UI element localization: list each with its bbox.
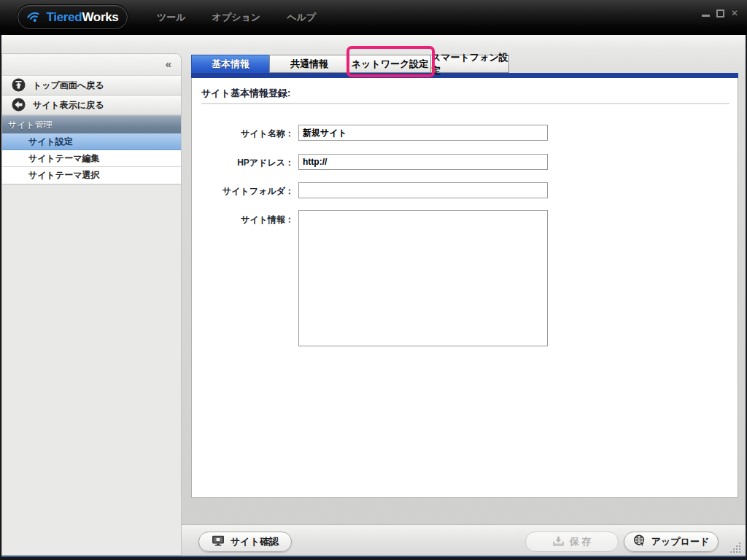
titlebar: TieredWorks ツール オプション ヘルプ ✕: [0, 0, 747, 35]
form-heading: サイト基本情報登録:: [201, 87, 290, 100]
upload-button[interactable]: アップロード: [624, 532, 719, 552]
globe-upload-icon: [633, 534, 646, 549]
site-name-input[interactable]: [298, 125, 548, 141]
sidebar: « トップ画面へ戻る サイト表示に戻る サイト管理 サイト設定 サイトテーマ編集…: [1, 53, 182, 556]
tab-smartphone-settings[interactable]: スマートフォン設定: [430, 55, 509, 73]
tab-network-settings[interactable]: ネットワーク設定: [349, 55, 431, 73]
sidebar-item-site-theme-edit[interactable]: サイトテーマ編集: [2, 150, 181, 167]
save-label: 保 存: [570, 535, 592, 548]
sidebar-section-site-management: サイト管理: [2, 115, 181, 133]
sidebar-button-back-to-top[interactable]: トップ画面へ戻る: [2, 76, 181, 96]
sidebar-collapse-button[interactable]: «: [166, 58, 171, 70]
save-download-icon: [553, 536, 564, 548]
site-info-textarea[interactable]: [298, 210, 548, 346]
heading-divider: [201, 103, 729, 104]
menu-options[interactable]: オプション: [212, 11, 261, 24]
tab-basic-info[interactable]: 基本情報: [191, 55, 270, 73]
menu-tools[interactable]: ツール: [157, 11, 186, 24]
upload-label: アップロード: [651, 535, 710, 548]
monitor-icon: [212, 535, 225, 548]
footer-bar: サイト確認 保 存 アップロード: [182, 524, 746, 556]
sidebar-header-strip: «: [2, 54, 181, 76]
site-check-button[interactable]: サイト確認: [198, 532, 292, 552]
arrow-up-to-top-icon: [12, 78, 26, 94]
maximize-button[interactable]: [716, 9, 724, 18]
minimize-button[interactable]: [702, 15, 710, 17]
sidebar-item-site-settings[interactable]: サイト設定: [2, 133, 181, 150]
sidebar-button-back-to-site[interactable]: サイト表示に戻る: [2, 96, 181, 115]
wifi-icon: [24, 7, 44, 28]
close-button[interactable]: ✕: [731, 9, 738, 18]
window-bottom-edge: [1, 556, 746, 557]
site-folder-input[interactable]: [298, 182, 548, 198]
tab-bar: 基本情報 共通情報 ネットワーク設定 スマートフォン設定: [191, 55, 509, 73]
app-logo: TieredWorks: [18, 5, 128, 29]
save-button[interactable]: 保 存: [525, 532, 619, 552]
sidebar-item-list: サイト設定 サイトテーマ編集 サイトテーマ選択: [2, 133, 181, 184]
app-title: TieredWorks: [46, 10, 118, 25]
menubar: ツール オプション ヘルプ: [157, 0, 316, 35]
sidebar-item-site-theme-select[interactable]: サイトテーマ選択: [2, 167, 181, 184]
tab-common-info[interactable]: 共通情報: [269, 55, 349, 73]
hp-address-label: HPアドレス：: [192, 157, 294, 169]
site-name-label: サイト名称：: [192, 128, 294, 140]
site-check-label: サイト確認: [231, 535, 279, 548]
sidebar-button-label: サイト表示に戻る: [33, 99, 104, 112]
content-panel: サイト基本情報登録: サイト名称： HPアドレス： サイトフォルダ： サイト情報…: [191, 78, 738, 498]
arrow-left-icon: [12, 98, 26, 114]
resize-grip[interactable]: [729, 542, 740, 553]
sidebar-button-label: トップ画面へ戻る: [33, 79, 104, 92]
menu-help[interactable]: ヘルプ: [287, 11, 316, 24]
site-info-label: サイト情報：: [192, 214, 294, 226]
site-folder-label: サイトフォルダ：: [192, 185, 294, 198]
hp-address-input[interactable]: [298, 154, 548, 170]
window-controls: ✕: [702, 7, 738, 19]
